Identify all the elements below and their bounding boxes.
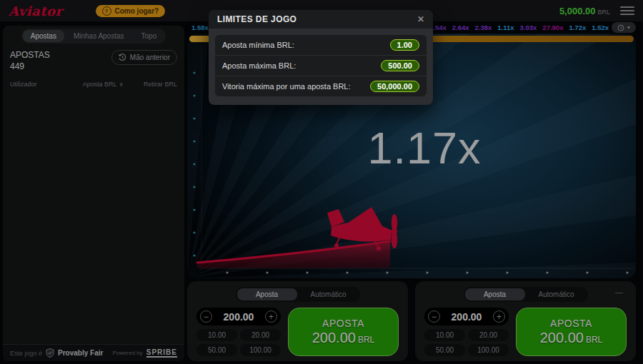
limit-label: Vitoria máxima por uma aposta BRL: [222, 82, 351, 91]
limit-row: Vitoria máxima por uma aposta BRL: 50,00… [215, 76, 427, 96]
limit-row: Aposta máxima BRL: 500.00 [215, 56, 427, 76]
modal-header: LIMITES DE JOGO ✕ [209, 10, 433, 29]
limit-value-badge: 500.00 [381, 60, 419, 71]
modal-title: LIMITES DE JOGO [217, 14, 296, 24]
game-limits-modal: LIMITES DE JOGO ✕ Aposta mínima BRL: 1.0… [209, 10, 433, 105]
close-icon[interactable]: ✕ [417, 14, 424, 24]
limit-value-badge: 1.00 [390, 39, 419, 51]
limit-value-badge: 50,000.00 [370, 81, 419, 92]
limit-label: Aposta máxima BRL: [222, 61, 296, 70]
limit-label: Aposta mínima BRL: [222, 41, 294, 49]
modal-body: Aposta mínima BRL: 1.00 Aposta máxima BR… [209, 29, 433, 105]
limit-row: Aposta mínima BRL: 1.00 [215, 35, 427, 55]
